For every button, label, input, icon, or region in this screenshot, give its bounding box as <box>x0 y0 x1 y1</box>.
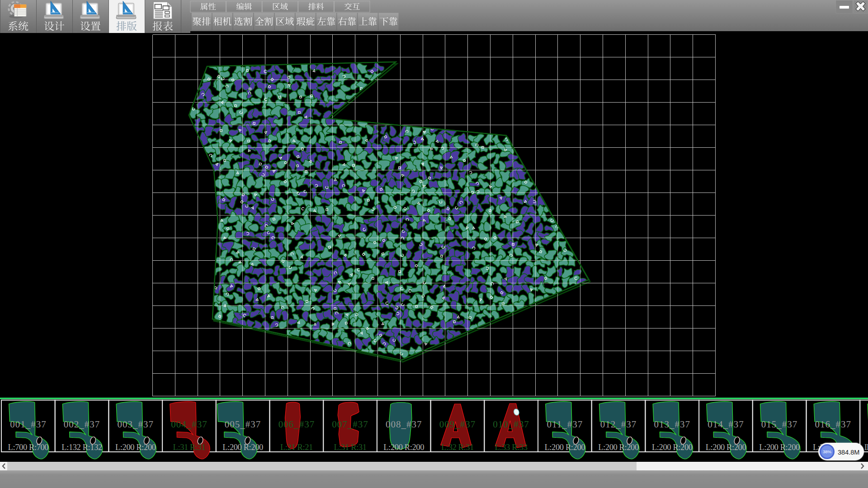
svg-text:L:31 R:31: L:31 R:31 <box>334 443 367 452</box>
svg-text:012_#37: 012_#37 <box>600 419 637 430</box>
svg-text:L:200 R:200: L:200 R:200 <box>222 443 263 452</box>
svg-text:003_#37: 003_#37 <box>118 419 154 430</box>
svg-text:015_#37: 015_#37 <box>761 419 798 430</box>
svg-text:010_#37: 010_#37 <box>493 419 529 430</box>
svg-text:004_#37: 004_#37 <box>171 419 208 430</box>
svg-text:L:200 R:200: L:200 R:200 <box>544 443 585 452</box>
svg-text:005_#37: 005_#37 <box>225 419 261 430</box>
svg-text:L:200 R:200: L:200 R:200 <box>652 443 693 452</box>
svg-text:L:21 R:21: L:21 R:21 <box>280 443 313 452</box>
svg-text:L:200 R:200: L:200 R:200 <box>598 443 639 452</box>
svg-text:009_#37: 009_#37 <box>439 419 476 430</box>
svg-text:001_#37: 001_#37 <box>10 419 47 430</box>
svg-text:L:33 R:33: L:33 R:33 <box>495 443 528 452</box>
svg-text:013_#37: 013_#37 <box>654 419 691 430</box>
svg-text:L:31 R:31: L:31 R:31 <box>173 443 206 452</box>
svg-text:006_#37: 006_#37 <box>278 419 315 430</box>
svg-text:L:2: L:2 <box>864 443 868 452</box>
svg-text:016_#37: 016_#37 <box>815 419 852 430</box>
svg-text:L:200 R:200: L:200 R:200 <box>383 443 424 452</box>
svg-text:L:132 R:132: L:132 R:132 <box>61 443 102 452</box>
svg-text:L:200 R:200: L:200 R:200 <box>115 443 156 452</box>
svg-text:014_#37: 014_#37 <box>708 419 744 430</box>
svg-text:011_#37: 011_#37 <box>547 419 583 430</box>
svg-text:L:700 R:700: L:700 R:700 <box>8 443 49 452</box>
svg-text:008_#37: 008_#37 <box>386 419 422 430</box>
svg-text:L:32 R:31: L:32 R:31 <box>441 443 474 452</box>
svg-text:L:200 R:200: L:200 R:200 <box>706 443 746 452</box>
svg-text:007_#37: 007_#37 <box>332 419 368 430</box>
svg-text:002_#37: 002_#37 <box>64 419 100 430</box>
svg-text:L:200 R:200: L:200 R:200 <box>759 443 800 452</box>
